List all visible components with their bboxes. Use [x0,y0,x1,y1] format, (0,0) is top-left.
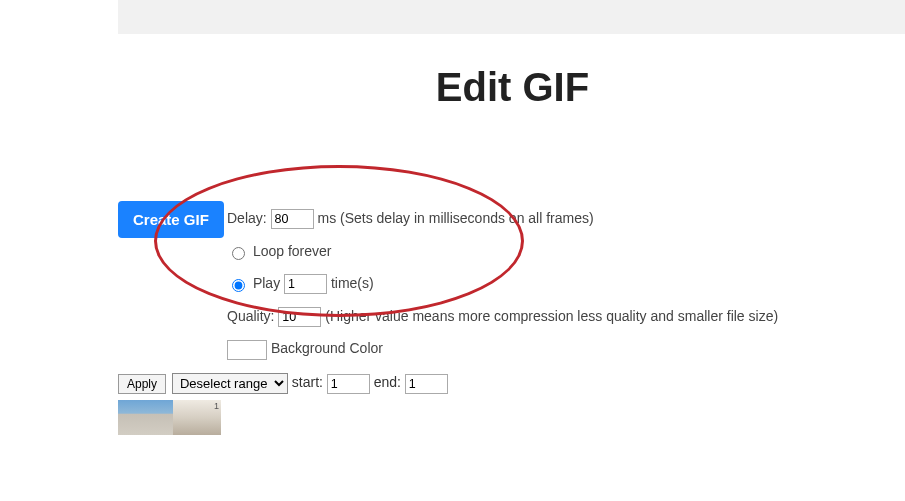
frame-thumb[interactable] [173,400,221,435]
delay-label: Delay: [227,210,267,226]
play-suffix: time(s) [331,275,374,291]
quality-suffix: (Higher value means more compression les… [325,308,778,324]
top-bar [118,0,905,34]
range-action-select[interactable]: Deselect range [172,373,288,394]
play-times-radio[interactable] [232,279,245,292]
end-label: end: [374,374,401,390]
end-input[interactable] [405,374,448,394]
bg-color-row: Background Color [227,335,778,362]
gif-options: Delay: ms (Sets delay in milliseconds on… [227,205,778,368]
bg-color-input[interactable] [227,340,267,360]
start-input[interactable] [327,374,370,394]
play-prefix: Play [253,275,280,291]
play-times-input[interactable] [284,274,327,294]
delay-input[interactable] [271,209,314,229]
range-controls: Apply Deselect range start: end: [118,373,448,394]
bg-color-label: Background Color [271,340,383,356]
page-title: Edit GIF [0,65,905,110]
loop-forever-radio[interactable] [232,247,245,260]
delay-row: Delay: ms (Sets delay in milliseconds on… [227,205,778,232]
play-times-row: Play time(s) [227,270,778,297]
frame-thumbnails [118,400,221,435]
quality-input[interactable] [278,307,321,327]
quality-row: Quality: (Higher value means more compre… [227,303,778,330]
start-label: start: [292,374,323,390]
create-gif-button[interactable]: Create GIF [118,201,224,238]
loop-forever-label: Loop forever [253,243,332,259]
frame-thumb[interactable] [118,400,173,435]
loop-forever-row: Loop forever [227,238,778,265]
delay-suffix: ms (Sets delay in milliseconds on all fr… [317,210,593,226]
quality-label: Quality: [227,308,274,324]
apply-button[interactable]: Apply [118,374,166,394]
